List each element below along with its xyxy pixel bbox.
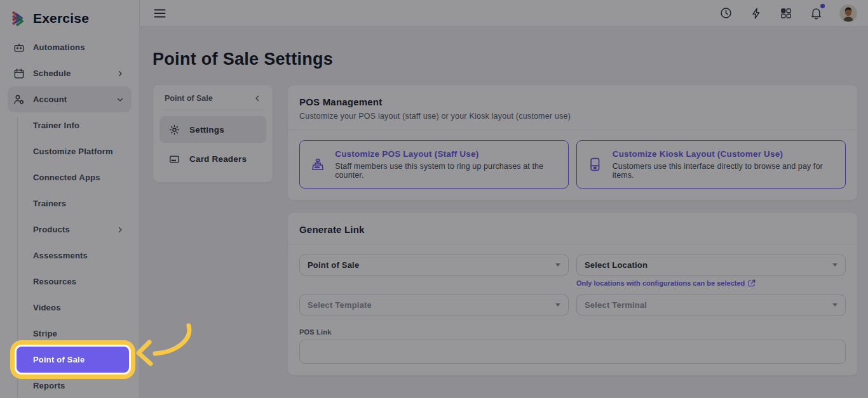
pos-panel-title: Point of Sale — [165, 94, 213, 103]
topbar-actions — [719, 5, 857, 22]
sidebar-item-label: Connected Apps — [33, 173, 100, 182]
kiosk-icon — [587, 156, 603, 173]
dropdown-caret-icon — [832, 303, 837, 307]
history-clock-icon[interactable] — [719, 6, 733, 20]
sidebar-nav: Automations Schedule Account — [0, 37, 139, 398]
cash-register-icon — [310, 156, 325, 173]
notifications-bell-icon[interactable] — [810, 6, 823, 20]
sidebar-item-schedule[interactable]: Schedule — [8, 60, 132, 86]
card-title: Customize POS Layout (Staff Use) — [335, 149, 558, 159]
section-subtitle: Customize your POS layout (staff use) or… — [299, 112, 846, 121]
page-title: Point of Sale Settings — [153, 50, 858, 69]
external-link-icon — [748, 279, 756, 287]
collapse-panel-icon[interactable] — [254, 95, 261, 102]
sidebar-item-label: Customize Platform — [33, 147, 113, 156]
customize-pos-layout-card[interactable]: Customize POS Layout (Staff Use) Staff m… — [299, 140, 569, 189]
automation-icon — [13, 41, 25, 54]
sidebar-item-label: Point of Sale — [33, 355, 85, 364]
hamburger-menu-icon[interactable] — [154, 8, 166, 18]
sidebar: Exercise Automations Schedule — [0, 0, 140, 398]
sidebar-item-label: Trainer Info — [33, 121, 79, 130]
pos-settings-subnav: Point of Sale Settings — [153, 84, 273, 183]
template-select[interactable]: Select Template — [299, 295, 569, 315]
section-title: POS Management — [299, 96, 846, 107]
subnav-item-settings[interactable]: Settings — [159, 116, 266, 143]
sidebar-item-customize-platform[interactable]: Customize Platform — [9, 138, 130, 164]
dropdown-caret-icon — [555, 263, 560, 267]
select-value: Select Location — [585, 260, 648, 270]
dropdown-caret-icon — [555, 303, 560, 307]
select-placeholder: Select Template — [308, 300, 372, 310]
sidebar-item-label: Products — [33, 225, 70, 234]
terminal-select[interactable]: Select Terminal — [576, 295, 846, 315]
subnav-item-card-readers[interactable]: Card Readers — [159, 145, 266, 172]
chevron-right-icon — [116, 70, 124, 77]
avatar-photo — [840, 5, 857, 22]
card-title: Customize Kiosk Layout (Customer Use) — [613, 149, 835, 159]
avatar[interactable] — [840, 5, 857, 22]
sidebar-item-stripe[interactable]: Stripe — [9, 321, 130, 347]
divider — [288, 129, 857, 130]
sidebar-item-label: Videos — [33, 303, 61, 312]
sidebar-item-label: Automations — [33, 43, 85, 52]
sidebar-item-trainers[interactable]: Trainers — [9, 190, 130, 216]
sidebar-item-label: Reports — [33, 381, 65, 390]
sidebar-item-label: Assessments — [33, 251, 88, 260]
chevron-right-icon — [116, 226, 124, 234]
divider — [162, 109, 264, 110]
divider — [288, 244, 857, 244]
sidebar-item-reports[interactable]: Reports — [9, 373, 130, 398]
generate-link-section: Generate Link Point of Sale Select Locat… — [287, 212, 858, 376]
sidebar-item-label: Resources — [33, 277, 76, 286]
sidebar-item-videos[interactable]: Videos — [9, 295, 130, 321]
topbar — [140, 0, 868, 27]
card-reader-icon — [168, 153, 180, 165]
select-value: Point of Sale — [308, 260, 359, 270]
section-title: Generate Link — [299, 224, 846, 235]
sidebar-item-resources[interactable]: Resources — [9, 269, 130, 295]
sidebar-item-products[interactable]: Products — [9, 216, 130, 242]
pos-link-input[interactable] — [299, 340, 846, 364]
subnav-item-label: Settings — [189, 125, 224, 135]
sidebar-item-automations[interactable]: Automations — [8, 37, 132, 60]
app-window: Exercise Automations Schedule — [0, 0, 868, 398]
select-placeholder: Select Terminal — [585, 300, 647, 310]
gear-icon — [168, 124, 180, 136]
calendar-icon — [13, 67, 25, 80]
brand-logo[interactable]: Exercise — [0, 0, 139, 37]
subnav-item-label: Card Readers — [189, 154, 247, 164]
sidebar-item-account[interactable]: Account — [8, 86, 132, 112]
quick-actions-bolt-icon[interactable] — [750, 7, 763, 20]
sidebar-item-label: Account — [33, 95, 67, 104]
chevron-down-icon — [116, 96, 124, 103]
sidebar-item-trainer-info[interactable]: Trainer Info — [9, 112, 130, 138]
customize-kiosk-layout-card[interactable]: Customize Kiosk Layout (Customer Use) Cu… — [576, 140, 846, 189]
brand-logo-icon — [10, 10, 27, 27]
dropdown-caret-icon — [832, 263, 837, 267]
apps-grid-icon[interactable] — [780, 7, 792, 20]
content-area: Point of Sale Settings Point of Sale — [140, 27, 868, 398]
helper-text: Only locations with configurations can b… — [576, 279, 745, 287]
main-area: Point of Sale Settings Point of Sale — [140, 0, 868, 398]
sidebar-item-assessments[interactable]: Assessments — [9, 242, 130, 269]
card-description: Staff members use this system to ring up… — [335, 162, 558, 180]
pos-link-label: POS Link — [299, 328, 846, 336]
sidebar-item-label: Trainers — [33, 199, 66, 208]
pos-management-section: POS Management Customize your POS layout… — [287, 84, 858, 201]
brand-name: Exercise — [33, 11, 89, 26]
sidebar-item-label: Schedule — [33, 69, 71, 78]
notification-dot — [820, 4, 825, 8]
link-type-select[interactable]: Point of Sale — [299, 255, 569, 275]
sidebar-item-point-of-sale[interactable]: Point of Sale — [17, 347, 129, 373]
locations-helper-link[interactable]: Only locations with configurations can b… — [576, 279, 846, 287]
card-description: Customers use this interface directly to… — [613, 162, 835, 180]
account-gear-icon — [13, 93, 25, 106]
sidebar-item-connected-apps[interactable]: Connected Apps — [9, 164, 130, 190]
location-select[interactable]: Select Location — [576, 255, 846, 275]
sidebar-item-label: Stripe — [33, 329, 57, 338]
